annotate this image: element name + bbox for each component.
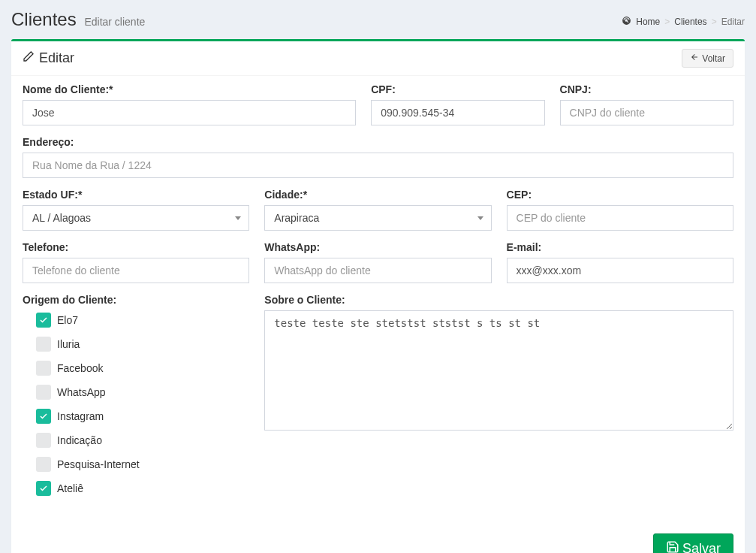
origem-checkbox[interactable]: WhatsApp xyxy=(23,382,249,402)
edit-icon xyxy=(23,50,35,66)
content-header: Clientes Editar cliente Home > Clientes … xyxy=(11,9,745,30)
breadcrumb-editar: Editar xyxy=(721,17,745,27)
origem-option-label: Pesquisa-Internet xyxy=(57,458,140,470)
origem-checkbox[interactable]: Facebook xyxy=(23,358,249,378)
breadcrumb: Home > Clientes > Editar xyxy=(622,16,745,28)
origem-checkbox[interactable]: Elo7 xyxy=(23,310,249,330)
breadcrumb-home[interactable]: Home xyxy=(636,17,660,27)
whatsapp-label: WhatsApp: xyxy=(264,241,491,253)
endereco-input[interactable] xyxy=(23,153,733,178)
salvar-label: Salvar xyxy=(682,541,721,553)
chevron-down-icon xyxy=(235,216,241,220)
origem-option-label: Indicação xyxy=(57,434,102,446)
origem-option-label: Elo7 xyxy=(57,314,78,326)
nome-input[interactable] xyxy=(23,100,356,125)
origem-option-label: Instagram xyxy=(57,410,104,422)
checkbox-icon xyxy=(36,457,51,472)
breadcrumb-sep: > xyxy=(664,17,670,27)
origem-list: Elo7IluriaFacebookWhatsAppInstagramIndic… xyxy=(23,310,249,498)
checkbox-icon xyxy=(36,313,51,328)
uf-select[interactable]: AL / Alagoas xyxy=(23,205,249,231)
origem-option-label: Iluria xyxy=(57,338,80,350)
origem-checkbox[interactable]: Indicação xyxy=(23,431,249,450)
origem-option-label: WhatsApp xyxy=(57,386,106,398)
uf-label: Estado UF:* xyxy=(23,189,249,201)
save-icon xyxy=(666,540,679,553)
telefone-input[interactable] xyxy=(23,258,249,283)
origem-checkbox[interactable]: Ateliê xyxy=(23,479,249,498)
page-title-wrap: Clientes Editar cliente xyxy=(11,9,145,30)
endereco-label: Endereço: xyxy=(23,136,733,148)
cidade-label: Cidade:* xyxy=(264,189,491,201)
origem-option-label: Ateliê xyxy=(57,482,83,494)
checkbox-icon xyxy=(36,409,51,424)
sobre-label: Sobre o Cliente: xyxy=(264,294,733,306)
box-title-text: Editar xyxy=(39,50,74,66)
origem-option-label: Facebook xyxy=(57,362,103,374)
cidade-select[interactable]: Arapiraca xyxy=(264,205,491,231)
voltar-button[interactable]: Voltar xyxy=(682,49,733,68)
email-input[interactable] xyxy=(507,258,733,283)
checkbox-icon xyxy=(36,433,51,448)
back-icon xyxy=(690,53,699,64)
cnpj-input[interactable] xyxy=(560,100,733,125)
box-title: Editar xyxy=(23,50,74,66)
cidade-value: Arapiraca xyxy=(274,212,319,224)
breadcrumb-clientes[interactable]: Clientes xyxy=(674,17,706,27)
origem-label: Origem do Cliente: xyxy=(23,294,249,306)
salvar-button[interactable]: Salvar xyxy=(653,533,733,553)
checkbox-icon xyxy=(36,481,51,496)
cep-label: CEP: xyxy=(507,189,733,201)
origem-checkbox[interactable]: Instagram xyxy=(23,406,249,426)
nome-label: Nome do Cliente:* xyxy=(23,83,356,95)
chevron-down-icon xyxy=(477,216,483,220)
cpf-label: CPF: xyxy=(371,83,544,95)
breadcrumb-sep: > xyxy=(712,17,717,27)
cpf-input[interactable] xyxy=(371,100,544,125)
origem-checkbox[interactable]: Iluria xyxy=(23,334,249,354)
voltar-label: Voltar xyxy=(702,53,725,64)
telefone-label: Telefone: xyxy=(23,241,249,253)
dashboard-icon xyxy=(622,16,631,28)
uf-value: AL / Alagoas xyxy=(32,212,91,224)
checkbox-icon xyxy=(36,385,51,400)
page-title: Clientes xyxy=(11,9,77,29)
email-label: E-mail: xyxy=(507,241,733,253)
checkbox-icon xyxy=(36,337,51,352)
cnpj-label: CNPJ: xyxy=(560,83,733,95)
cep-input[interactable] xyxy=(507,205,733,231)
whatsapp-input[interactable] xyxy=(264,258,491,283)
page-subtitle: Editar cliente xyxy=(84,16,145,28)
editar-box: Editar Voltar Nome do Cliente:* CPF: xyxy=(11,39,745,553)
origem-checkbox[interactable]: Pesquisa-Internet xyxy=(23,455,249,474)
checkbox-icon xyxy=(36,361,51,376)
sobre-textarea[interactable] xyxy=(264,310,733,431)
